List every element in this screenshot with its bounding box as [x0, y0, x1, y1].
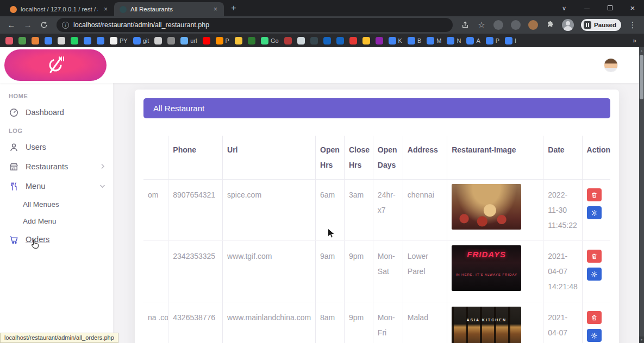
sidebar-item-users[interactable]: Users [0, 137, 113, 157]
cell-address: Lower Parel [403, 241, 447, 302]
extension-icon[interactable] [511, 20, 521, 30]
bookmark-item[interactable] [71, 37, 78, 45]
sidebar-item-menu[interactable]: Menu [0, 176, 113, 196]
bookmark-item[interactable] [154, 37, 162, 45]
bookmark-item[interactable]: N [447, 37, 461, 45]
bookmark-item[interactable] [349, 37, 357, 45]
sidebar-item-restaurants[interactable]: Restaurants [0, 157, 113, 176]
bookmark-item[interactable] [235, 37, 242, 45]
bookmark-item[interactable]: git [133, 37, 149, 45]
bookmark-item[interactable]: P [216, 37, 229, 45]
sidebar-item-all-menues[interactable]: All Menues [0, 196, 113, 213]
cell-url: www.tgif.com [223, 241, 316, 302]
tab-search-icon[interactable] [553, 0, 576, 16]
bookmark-item[interactable] [203, 37, 210, 45]
cell-phone: 2342353325 [168, 241, 223, 302]
cell-close-hrs: 9pm [344, 241, 373, 302]
bookmark-item[interactable]: A [466, 37, 480, 45]
site-info-icon[interactable] [62, 22, 69, 29]
bookmark-item[interactable]: P [486, 37, 499, 45]
browser-window: localhost / 127.0.0.1 / rest / adm All R… [0, 0, 644, 343]
tab-close-icon[interactable] [102, 5, 110, 14]
delete-button[interactable] [587, 250, 602, 263]
bookmark-label: I [515, 37, 516, 44]
sidebar-item-dashboard[interactable]: Dashboard [0, 103, 113, 122]
close-button[interactable] [621, 0, 644, 16]
bookmarks-overflow-icon[interactable]: » [630, 37, 639, 45]
debugger-pause-icon [584, 21, 591, 29]
bookmark-item[interactable] [84, 37, 91, 45]
bookmark-item[interactable] [284, 37, 292, 45]
bookmark-item[interactable]: PY [110, 37, 128, 45]
bookmark-item[interactable] [310, 37, 318, 45]
bookmark-item[interactable] [167, 37, 175, 45]
bookmark-item[interactable] [32, 37, 39, 45]
tab-close-icon[interactable] [211, 5, 220, 14]
bookmark-item[interactable] [58, 37, 65, 45]
bookmark-item[interactable]: I [505, 37, 516, 45]
restaurants-table: Phone Url Open Hrs Close Hrs Open Days A… [143, 136, 610, 343]
bookmark-item[interactable] [97, 37, 104, 45]
bookmark-item[interactable] [336, 37, 344, 45]
bookmark-item[interactable] [5, 37, 13, 45]
bookmark-favicon-icon [427, 37, 434, 45]
bookmark-item[interactable] [18, 37, 26, 45]
window-controls [553, 0, 644, 16]
bookmark-item[interactable]: Go [261, 37, 279, 45]
settings-button[interactable] [587, 206, 602, 219]
bookmark-item[interactable] [45, 37, 52, 45]
paused-badge[interactable]: Paused [581, 19, 621, 31]
cell-action [582, 180, 610, 241]
cell-date: 2021-04-07 14:20:45 [543, 302, 582, 343]
column-header: Url [223, 136, 316, 180]
bookmark-item[interactable]: url [180, 37, 197, 45]
bookmark-star-icon[interactable] [474, 18, 489, 32]
bookmark-item[interactable] [376, 37, 383, 45]
user-avatar[interactable] [604, 59, 617, 72]
new-tab-button[interactable] [227, 2, 240, 15]
extension-avatar-icon[interactable] [528, 20, 538, 30]
menu-kebab-icon[interactable] [626, 18, 640, 32]
bookmark-item[interactable] [297, 37, 305, 45]
scroll-up-icon[interactable] [639, 47, 644, 54]
bookmark-items: PY git url [5, 37, 630, 45]
tab-favicon-icon [120, 6, 127, 13]
browser-tab[interactable]: localhost / 127.0.0.1 / rest / adm [4, 2, 114, 16]
maximize-button[interactable] [598, 0, 621, 16]
bookmark-item[interactable] [362, 37, 370, 45]
bookmark-item[interactable]: M [427, 37, 441, 45]
sidebar-item-orders[interactable]: Orders [0, 230, 113, 249]
table-row: 2342353325 www.tgif.com 9am 9pm Mon-Sat … [143, 241, 610, 302]
minimize-button[interactable] [576, 0, 598, 16]
back-button[interactable] [4, 18, 18, 32]
bookmark-item[interactable]: K [389, 37, 402, 45]
cell-open-days: 24hr-x7 [373, 180, 403, 241]
bookmark-item[interactable] [323, 37, 331, 45]
delete-button[interactable] [587, 188, 602, 201]
page-scrollbar[interactable] [639, 47, 644, 343]
share-icon[interactable] [458, 18, 472, 32]
settings-button[interactable] [587, 329, 602, 342]
reload-button[interactable] [37, 18, 51, 32]
extension-icon[interactable] [493, 20, 503, 30]
scroll-down-icon[interactable] [639, 336, 644, 343]
delete-button[interactable] [587, 311, 602, 324]
cell-url: www.mainlandchina.com [223, 302, 316, 343]
column-header: Open Hrs [316, 136, 345, 180]
brand-logo[interactable] [4, 49, 107, 81]
forward-button[interactable] [21, 18, 35, 32]
bookmark-favicon-icon [167, 37, 175, 45]
navigation-bar: localhost/restaurant/admin/all_restauran… [0, 16, 644, 34]
bookmark-favicon-icon [32, 37, 39, 45]
bookmark-item[interactable] [248, 37, 255, 45]
sidebar-item-add-menu[interactable]: Add Menu [0, 213, 113, 230]
settings-button[interactable] [587, 268, 602, 281]
bookmark-item[interactable]: B [408, 37, 421, 45]
extensions-puzzle-icon[interactable] [543, 18, 557, 32]
cell-open-days: Mon-Sat [373, 241, 403, 302]
restaurant-image: ASIA KITCHEN [452, 307, 521, 343]
browser-tab[interactable]: All Restaurants [114, 2, 224, 16]
address-bar[interactable]: localhost/restaurant/admin/all_restauran… [57, 18, 453, 32]
profile-avatar[interactable] [562, 19, 574, 31]
scrollbar-thumb[interactable] [640, 55, 643, 99]
